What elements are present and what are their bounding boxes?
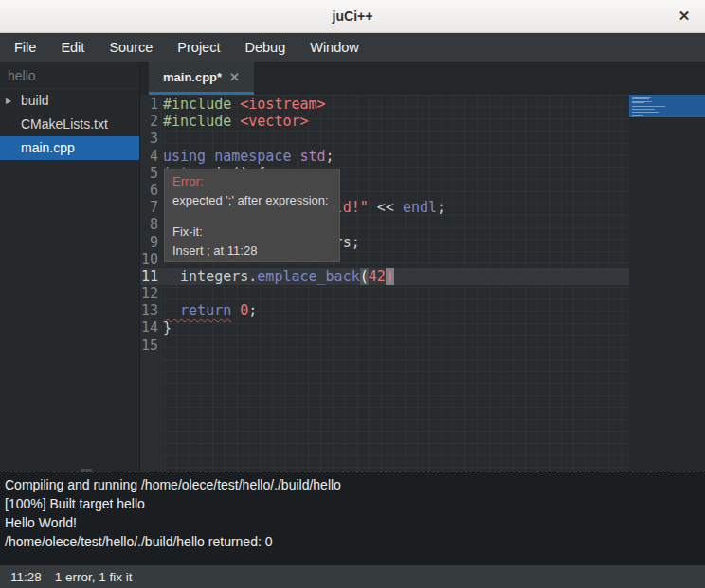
menu-item-source[interactable]: Source xyxy=(97,33,165,62)
minimap-code-line xyxy=(632,115,643,116)
output-panel: Compiling and running /home/olece/test/h… xyxy=(0,472,705,565)
tooltip-error-message: expected ';' after expression: xyxy=(172,193,332,207)
tab-title: main.cpp* xyxy=(163,70,222,84)
code-token: #include xyxy=(163,96,240,113)
code-token: ) xyxy=(386,268,394,285)
code-token: ; xyxy=(437,199,445,216)
line-number: 1 xyxy=(140,96,163,113)
project-sidebar: hello ▶buildCMakeLists.txtmain.cpp xyxy=(0,62,140,472)
code-token: #include xyxy=(163,113,240,130)
tree-item-label: build xyxy=(21,93,49,108)
line-number: 7 xyxy=(140,199,163,216)
code-token: ; xyxy=(326,148,334,165)
juci-window: juCi++ ✕ FileEditSourceProjectDebugWindo… xyxy=(0,0,705,588)
line-number: 6 xyxy=(140,182,163,199)
code-text: integers.emplace_back(42) xyxy=(163,268,629,285)
code-text xyxy=(163,285,629,302)
output-line: /home/olece/test/hello/./build/hello ret… xyxy=(5,532,705,551)
minimap-code-line xyxy=(632,102,644,103)
code-token: 42 xyxy=(369,268,386,285)
code-token xyxy=(231,302,240,319)
code-token: <vector> xyxy=(240,113,308,130)
menu-item-window[interactable]: Window xyxy=(298,33,371,62)
expander-arrow-icon[interactable]: ▶ xyxy=(6,89,11,113)
window-close-icon[interactable]: ✕ xyxy=(676,8,693,25)
cursor-position: 11:28 xyxy=(10,570,42,584)
menu-bar: FileEditSourceProjectDebugWindow xyxy=(0,33,705,62)
project-name-header: hello xyxy=(0,62,139,89)
output-line: Hello World! xyxy=(5,513,705,532)
line-number: 2 xyxy=(140,113,163,130)
line-number: 5 xyxy=(140,165,163,182)
code-token: << xyxy=(369,199,403,216)
window-title: juCi++ xyxy=(333,9,373,24)
tooltip-fixit-label: Fix-it: xyxy=(172,224,332,239)
code-text: #include <iostream> xyxy=(163,96,629,113)
sidebar-item-build[interactable]: ▶build xyxy=(0,89,139,113)
code-text xyxy=(163,130,629,147)
minimap-viewport[interactable] xyxy=(629,95,705,117)
tooltip-error-label: Error: xyxy=(172,174,332,188)
line-number: 3 xyxy=(140,130,163,147)
code-line[interactable]: 3 xyxy=(140,130,629,147)
output-line: Compiling and running /home/olece/test/h… xyxy=(5,475,705,494)
minimap-code-line xyxy=(632,106,665,107)
code-line[interactable]: 12 xyxy=(140,285,629,302)
code-line[interactable]: 4using namespace std; xyxy=(140,148,629,165)
line-number: 8 xyxy=(140,216,163,233)
line-number: 15 xyxy=(140,337,163,354)
code-text xyxy=(163,337,629,354)
menu-item-project[interactable]: Project xyxy=(165,33,232,62)
code-line[interactable]: 15 xyxy=(140,337,629,354)
menu-item-file[interactable]: File xyxy=(2,33,48,62)
tab-close-icon[interactable]: ✕ xyxy=(229,70,240,84)
main-area: hello ▶buildCMakeLists.txtmain.cpp main.… xyxy=(0,62,705,472)
code-token: ; xyxy=(248,302,257,319)
code-line[interactable]: 1#include <iostream> xyxy=(140,96,629,113)
sidebar-item-cmakelists-txt[interactable]: CMakeLists.txt xyxy=(0,113,139,136)
line-number: 9 xyxy=(140,234,163,251)
minimap-code-line xyxy=(632,109,655,110)
minimap-scrollbar[interactable] xyxy=(629,95,705,472)
code-token: 0 xyxy=(240,302,248,319)
code-text: using namespace std; xyxy=(163,148,629,165)
code-token: <iostream> xyxy=(240,96,325,113)
line-number: 11 xyxy=(140,268,163,285)
minimap-code-line xyxy=(632,112,659,113)
diagnostics-summary[interactable]: 1 error, 1 fix it xyxy=(55,570,133,584)
line-number: 12 xyxy=(140,285,163,302)
code-token: ( xyxy=(360,268,369,285)
line-number: 13 xyxy=(140,302,163,319)
line-number: 14 xyxy=(140,319,163,336)
code-token xyxy=(291,148,299,165)
code-token: using namespace xyxy=(163,148,291,165)
code-token: endl xyxy=(403,199,437,216)
code-text: } xyxy=(163,319,629,336)
minimap-code-line xyxy=(632,98,649,99)
code-line[interactable]: 2#include <vector> xyxy=(140,113,629,130)
title-bar: juCi++ ✕ xyxy=(0,0,705,33)
code-text: #include <vector> xyxy=(163,113,629,130)
code-token: } xyxy=(163,319,172,336)
line-number: 4 xyxy=(140,148,163,165)
code-token: integers. xyxy=(163,268,257,285)
tab-main-cpp[interactable]: main.cpp*✕ xyxy=(149,62,254,95)
source-editor[interactable]: 1#include <iostream>2#include <vector>34… xyxy=(140,95,705,472)
code-line[interactable]: 14} xyxy=(140,319,629,336)
diagnostic-tooltip: Error: expected ';' after expression: Fi… xyxy=(164,169,340,262)
minimap-code-line xyxy=(632,116,633,117)
tree-item-label: CMakeLists.txt xyxy=(21,116,108,132)
menu-item-debug[interactable]: Debug xyxy=(232,33,298,62)
code-token: emplace_back xyxy=(257,268,359,285)
status-bar: 11:28 1 error, 1 fix it xyxy=(0,565,705,588)
editor-pane: main.cpp*✕ 1#include <iostream>2#include… xyxy=(140,62,705,472)
tooltip-fixit-message: Insert ; at 11:28 xyxy=(172,243,332,258)
code-line[interactable]: 13 return 0; xyxy=(140,302,629,319)
output-line: [100%] Built target hello xyxy=(5,494,705,513)
code-text: return 0; xyxy=(163,302,629,319)
sidebar-item-main-cpp[interactable]: main.cpp xyxy=(0,136,139,160)
tree-item-label: main.cpp xyxy=(21,140,75,155)
menu-item-edit[interactable]: Edit xyxy=(48,33,97,62)
tab-bar: main.cpp*✕ xyxy=(140,62,705,95)
code-line[interactable]: 11 integers.emplace_back(42) xyxy=(140,268,629,285)
